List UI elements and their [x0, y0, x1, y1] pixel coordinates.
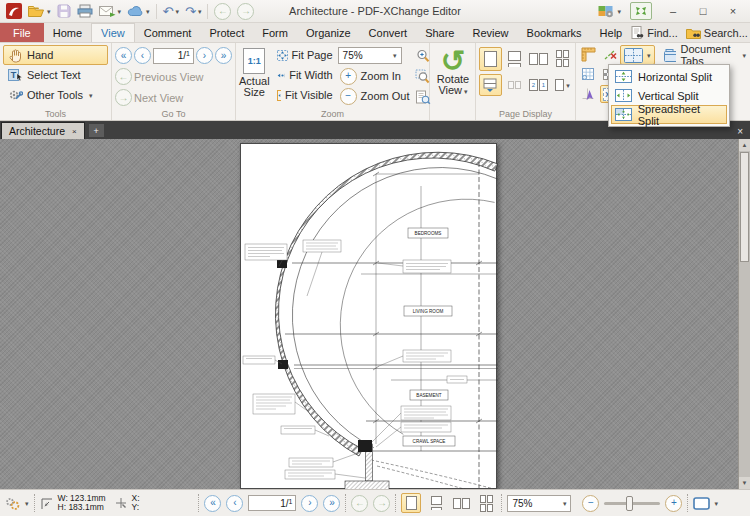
status-zoom-combo[interactable]: 75%▾ — [507, 495, 571, 512]
status-first-page-button[interactable]: « — [204, 495, 221, 512]
cursor-coordinates: X: Y: — [132, 494, 140, 513]
tab-file[interactable]: File — [0, 23, 44, 42]
fit-page-button[interactable]: Fit Page — [273, 45, 335, 65]
last-page-button[interactable]: » — [215, 47, 232, 64]
status-page-number-field[interactable]: 1/1 — [248, 495, 296, 511]
divider — [687, 494, 688, 512]
zoom-in-icon: + — [340, 68, 357, 85]
continuous-button[interactable] — [503, 47, 526, 71]
tab-home[interactable]: Home — [44, 23, 91, 42]
history-forward-button[interactable]: → — [234, 2, 257, 21]
page-number-field[interactable]: 1/1 — [153, 48, 194, 64]
actual-size-button[interactable]: 1:1 Actual Size — [239, 45, 270, 108]
fullscreen-mode-button[interactable]: ▾ — [693, 497, 718, 510]
rotate-icon: ↺ — [441, 48, 465, 74]
previous-view-button[interactable]: ← Previous View — [115, 66, 232, 87]
ribbon-tab-bar: File Home View Comment Protect Form Orga… — [0, 23, 750, 43]
scroll-down-button[interactable]: ▼ — [739, 477, 750, 489]
split-button[interactable]: ▾ — [620, 45, 655, 65]
two-pages-button[interactable] — [527, 47, 550, 71]
tab-review[interactable]: Review — [463, 23, 517, 42]
tab-view[interactable]: View — [91, 23, 135, 42]
new-tab-button[interactable]: + — [89, 124, 104, 137]
undo-button[interactable]: ↶▾ — [160, 2, 182, 21]
document-tabs-button[interactable]: Document Tabs ▾ — [660, 46, 750, 64]
title-bar: Architecture - PDF-XChange Editor ▾ ▾ ▾ … — [0, 0, 750, 23]
status-previous-view-button[interactable]: ← — [351, 495, 368, 512]
status-zoom-in-button[interactable]: + — [665, 495, 682, 512]
tab-organize[interactable]: Organize — [297, 23, 360, 42]
status-last-page-button[interactable]: » — [323, 495, 340, 512]
open-file-button[interactable]: ▾ — [25, 2, 54, 21]
status-previous-page-button[interactable]: ‹ — [226, 495, 243, 512]
zoom-out-button[interactable]: − Zoom Out — [338, 86, 412, 106]
zoom-in-button[interactable]: + Zoom In — [338, 66, 412, 86]
fit-page-icon — [275, 48, 288, 63]
previous-page-button[interactable]: ‹ — [134, 47, 151, 64]
close-document-button[interactable]: × — [730, 126, 750, 139]
status-options-button[interactable]: ▾ — [4, 496, 29, 511]
zoom-level-combo[interactable]: 75%▾ — [338, 47, 402, 64]
close-button[interactable]: × — [718, 2, 748, 21]
minimize-button[interactable]: – — [658, 2, 688, 21]
next-page-button[interactable]: › — [196, 47, 213, 64]
menu-item-spreadsheet-split[interactable]: Spreadsheet Split — [611, 105, 727, 124]
status-two-pages-continuous-button[interactable] — [476, 493, 496, 513]
measure-disable-button[interactable] — [600, 45, 620, 63]
zoom-slider-thumb[interactable] — [626, 496, 633, 511]
status-two-pages-button[interactable] — [451, 493, 471, 513]
pdf-page[interactable]: BEDROOMS LIVING ROOM BASEMENT CRAWL SPAC… — [240, 143, 497, 489]
vertical-scrollbar[interactable]: ▲ ▼ — [738, 139, 750, 489]
show-gaps-button[interactable] — [479, 74, 502, 96]
print-button[interactable] — [74, 2, 96, 21]
tab-bookmarks[interactable]: Bookmarks — [518, 23, 591, 42]
other-tools-button[interactable]: Other Tools▾ — [3, 85, 108, 105]
status-single-page-button[interactable] — [401, 493, 421, 513]
ui-theme-button[interactable]: ▾ — [595, 2, 624, 21]
facing-cover-button[interactable] — [503, 74, 526, 96]
history-back-button[interactable]: ← — [211, 2, 234, 21]
tab-protect[interactable]: Protect — [200, 23, 253, 42]
status-zoom-out-button[interactable]: − — [582, 495, 599, 512]
fit-visible-button[interactable]: Fit Visible — [273, 85, 335, 105]
status-next-page-button[interactable]: › — [301, 495, 318, 512]
status-next-view-button[interactable]: → — [373, 495, 390, 512]
email-button[interactable]: ▾ — [96, 2, 125, 21]
scroll-up-button[interactable]: ▲ — [739, 139, 750, 151]
hand-tool-button[interactable]: Hand — [3, 45, 108, 65]
select-text-button[interactable]: T Select Text — [3, 65, 108, 85]
tab-share[interactable]: Share — [416, 23, 463, 42]
rulers-button[interactable] — [578, 45, 598, 63]
maximize-button[interactable]: □ — [688, 2, 718, 21]
first-page-button[interactable]: « — [115, 47, 132, 64]
status-continuous-button[interactable] — [426, 493, 446, 513]
fullscreen-button[interactable] — [630, 2, 652, 20]
document-tab-architecture[interactable]: Architecture × — [1, 122, 85, 139]
right-to-left-button[interactable]: 21 — [527, 74, 550, 96]
right-to-left-icon: 21 — [529, 79, 548, 91]
group-goto: « ‹ 1/1 › » ← Previous View → Next View … — [112, 43, 236, 120]
scrollbar-thumb[interactable] — [740, 152, 749, 262]
tab-help[interactable]: Help — [591, 23, 632, 42]
page-layout-more-button[interactable]: ▾ — [551, 74, 574, 96]
two-pages-icon — [453, 498, 470, 509]
fit-width-button[interactable]: Fit Width — [273, 65, 335, 85]
tab-close-icon[interactable]: × — [72, 127, 77, 136]
scan-cloud-button[interactable]: ▾ — [124, 2, 153, 21]
tab-comment[interactable]: Comment — [135, 23, 201, 42]
find-button[interactable]: Find... — [631, 26, 678, 39]
tab-form[interactable]: Form — [253, 23, 297, 42]
menu-item-horizontal-split[interactable]: Horizontal Split — [611, 67, 727, 86]
tab-convert[interactable]: Convert — [360, 23, 417, 42]
search-button[interactable]: Search... — [686, 27, 748, 39]
two-pages-continuous-button[interactable] — [551, 47, 574, 71]
single-page-button[interactable] — [479, 47, 502, 71]
grid-button[interactable] — [578, 65, 598, 83]
save-button[interactable] — [54, 2, 74, 21]
zoom-slider[interactable] — [604, 502, 660, 505]
rotate-view-button[interactable]: ↺ Rotate View▾ — [433, 45, 473, 96]
redo-button[interactable]: ↷▾ — [182, 2, 204, 21]
next-view-button[interactable]: → Next View — [115, 87, 232, 108]
split-icon — [624, 48, 643, 63]
snap-button[interactable] — [578, 85, 598, 103]
